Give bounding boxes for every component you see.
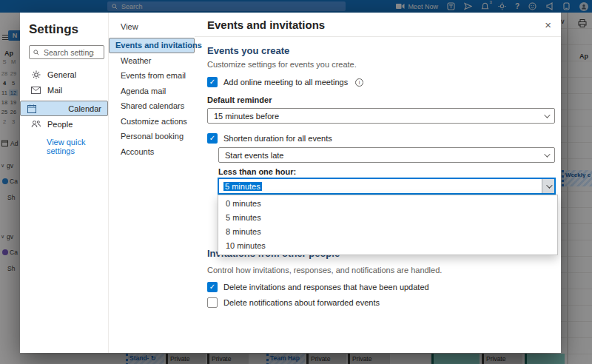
settings-nav-people[interactable]: People bbox=[20, 116, 108, 132]
category-customize-actions[interactable]: Customize actions bbox=[109, 114, 195, 129]
settings-nav-general[interactable]: General bbox=[20, 67, 108, 82]
chevron-down-icon bbox=[544, 112, 550, 118]
checkbox-add-online-meeting[interactable]: ✓ bbox=[207, 77, 218, 87]
checkbox-shorten-duration[interactable]: ✓ bbox=[207, 133, 218, 144]
checkbox-label: Shorten duration for all events bbox=[223, 134, 332, 143]
option-8-minutes[interactable]: 8 minutes bbox=[218, 225, 557, 239]
panel-title: Events and invitations bbox=[207, 18, 325, 31]
checkbox-label: Delete notifications about forwarded eve… bbox=[223, 298, 380, 307]
combobox-selected-text: 5 minutes bbox=[223, 182, 262, 191]
checkbox-delete-invitations[interactable]: ✓ bbox=[207, 282, 218, 292]
category-events-and-invitations[interactable]: Events and invitations bbox=[109, 38, 195, 53]
settings-nav-label: People bbox=[47, 120, 73, 129]
info-icon[interactable]: i bbox=[355, 78, 363, 87]
shorten-mode-select[interactable]: Start events late bbox=[218, 147, 555, 163]
check-icon: ✓ bbox=[209, 78, 215, 86]
category-weather[interactable]: Weather bbox=[109, 53, 195, 69]
settings-detail-panel: Events and invitations × Events you crea… bbox=[195, 13, 561, 353]
settings-category-column: View Events and invitations Weather Even… bbox=[109, 13, 195, 353]
less-than-one-hour-label: Less than one hour: bbox=[218, 167, 555, 177]
chevron-down-icon bbox=[546, 182, 552, 188]
settings-nav-mail[interactable]: Mail bbox=[20, 82, 108, 98]
category-shared-calendars[interactable]: Shared calendars bbox=[109, 98, 195, 114]
settings-nav-label: Calendar bbox=[68, 104, 101, 113]
category-personal-booking[interactable]: Personal booking bbox=[109, 129, 195, 144]
check-icon: ✓ bbox=[209, 283, 215, 291]
check-icon: ✓ bbox=[209, 134, 215, 142]
option-5-minutes[interactable]: 5 minutes bbox=[218, 211, 557, 225]
gear-icon bbox=[31, 70, 41, 79]
settings-nav-label: Mail bbox=[47, 86, 62, 95]
section-heading-events-you-create: Events you create bbox=[207, 45, 555, 56]
checkbox-delete-notifications[interactable] bbox=[207, 297, 218, 308]
default-reminder-label: Default reminder bbox=[207, 95, 555, 105]
outlook-calendar-screen: Search Meet Now 3 ? ∨ Ap Weekly c N Ap S bbox=[0, 0, 592, 364]
close-icon[interactable]: × bbox=[545, 19, 551, 30]
people-icon bbox=[31, 119, 41, 129]
default-reminder-select[interactable]: 15 minutes before bbox=[207, 108, 555, 124]
duration-options-dropdown: 0 minutes 5 minutes 8 minutes 10 minutes bbox=[218, 195, 558, 255]
checkbox-label: Delete invitations and responses that ha… bbox=[223, 283, 429, 291]
section-description: Control how invitations, responses, and … bbox=[207, 266, 555, 275]
calendar-icon bbox=[27, 104, 36, 113]
settings-search-input[interactable] bbox=[42, 47, 95, 58]
chevron-down-icon bbox=[544, 151, 550, 157]
section-description: Customize settings for events you create… bbox=[207, 60, 555, 70]
settings-nav-column: Settings General Mail Calendar People bbox=[20, 13, 109, 353]
settings-dialog: Settings General Mail Calendar People bbox=[20, 13, 561, 353]
combobox-dropdown-button[interactable] bbox=[542, 179, 554, 193]
category-events-from-email[interactable]: Events from email bbox=[109, 68, 195, 84]
mail-icon bbox=[31, 85, 41, 95]
view-quick-settings-link[interactable]: View quick settings bbox=[47, 138, 108, 155]
checkbox-label: Add online meeting to all meetings bbox=[223, 78, 348, 87]
option-10-minutes[interactable]: 10 minutes bbox=[218, 239, 557, 253]
settings-search-box[interactable] bbox=[29, 45, 104, 59]
search-icon bbox=[33, 50, 39, 55]
less-than-one-hour-combobox[interactable]: 5 minutes 0 minutes 5 minutes 8 minutes … bbox=[218, 178, 555, 194]
option-0-minutes[interactable]: 0 minutes bbox=[218, 197, 557, 211]
category-view[interactable]: View bbox=[109, 19, 195, 35]
category-accounts[interactable]: Accounts bbox=[109, 144, 195, 160]
settings-nav-label: General bbox=[47, 70, 76, 79]
settings-title: Settings bbox=[29, 22, 108, 37]
settings-nav-calendar[interactable]: Calendar bbox=[20, 101, 108, 116]
category-agenda-mail[interactable]: Agenda mail bbox=[109, 84, 195, 99]
